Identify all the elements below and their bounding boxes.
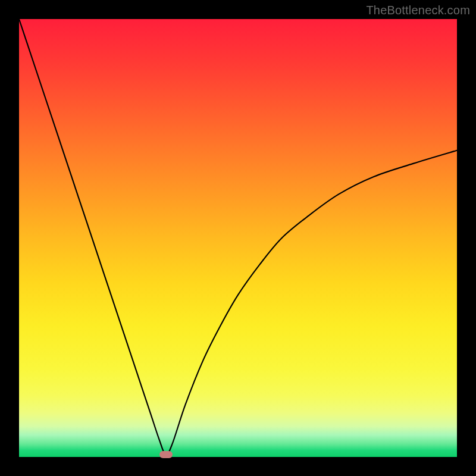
bottleneck-curve	[19, 19, 457, 457]
watermark-text: TheBottleneck.com	[366, 4, 470, 17]
plot-area	[19, 19, 457, 457]
curve-path	[19, 19, 457, 455]
chart-frame: TheBottleneck.com	[0, 0, 476, 476]
